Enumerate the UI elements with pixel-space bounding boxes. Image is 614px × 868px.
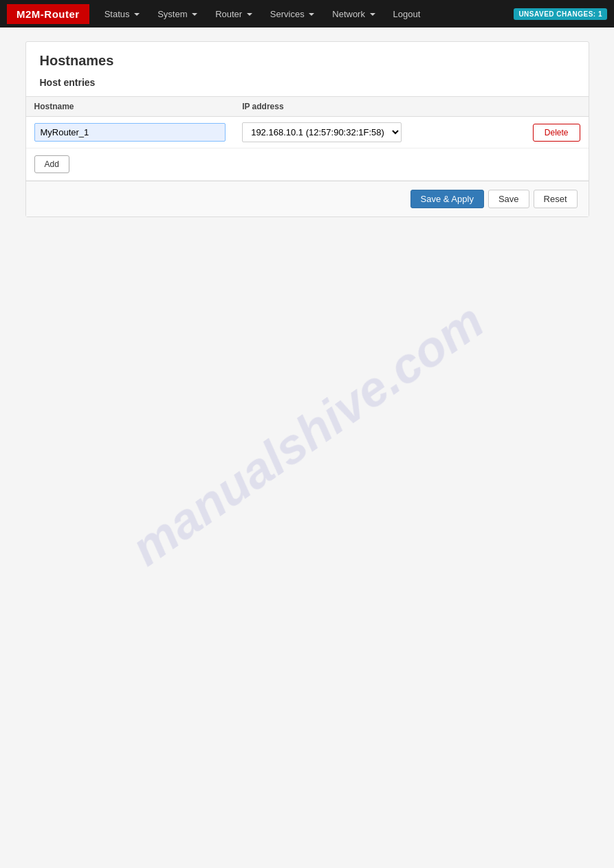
reset-button[interactable]: Reset: [534, 190, 578, 208]
nav-item-router[interactable]: Router: [207, 3, 261, 25]
hostname-input[interactable]: [34, 123, 226, 142]
table-row: 192.168.10.1 (12:57:90:32:1F:58) Delete: [26, 117, 589, 148]
nav-item-status[interactable]: Status: [96, 3, 148, 25]
caret-icon: [370, 13, 375, 16]
nav-item-system[interactable]: System: [149, 3, 206, 25]
col-actions: [459, 97, 588, 117]
nav-item-services[interactable]: Services: [262, 3, 322, 25]
form-footer: Save & Apply Save Reset: [26, 181, 589, 216]
col-hostname: Hostname: [26, 97, 234, 117]
col-ip: IP address: [234, 97, 459, 117]
ip-cell: 192.168.10.1 (12:57:90:32:1F:58): [234, 117, 459, 148]
caret-icon: [247, 13, 252, 16]
navbar: M2M-Router Status System Router Services: [0, 0, 614, 27]
nav-item-network[interactable]: Network: [324, 3, 383, 25]
save-apply-button[interactable]: Save & Apply: [410, 190, 484, 208]
main-panel: Hostnames Host entries Hostname IP addre…: [25, 41, 589, 217]
nav-menu: Status System Router Services Networ: [96, 3, 429, 25]
ip-select[interactable]: 192.168.10.1 (12:57:90:32:1F:58): [242, 122, 402, 142]
caret-icon: [309, 13, 314, 16]
caret-icon: [134, 13, 140, 16]
host-entries-table: Hostname IP address 192.168.10.1 (12:57:…: [26, 96, 589, 148]
delete-button[interactable]: Delete: [533, 124, 580, 142]
hostname-cell: [26, 117, 234, 148]
section-title: Host entries: [26, 74, 589, 96]
unsaved-changes-badge: UNSAVED CHANGES: 1: [514, 8, 607, 20]
add-button[interactable]: Add: [34, 155, 69, 173]
save-button[interactable]: Save: [488, 190, 529, 208]
caret-icon: [192, 13, 197, 16]
brand-logo: M2M-Router: [7, 4, 89, 24]
add-row: Add: [26, 148, 589, 181]
nav-item-logout[interactable]: Logout: [385, 3, 429, 25]
page-title: Hostnames: [26, 42, 589, 74]
action-cell: Delete: [459, 117, 588, 148]
